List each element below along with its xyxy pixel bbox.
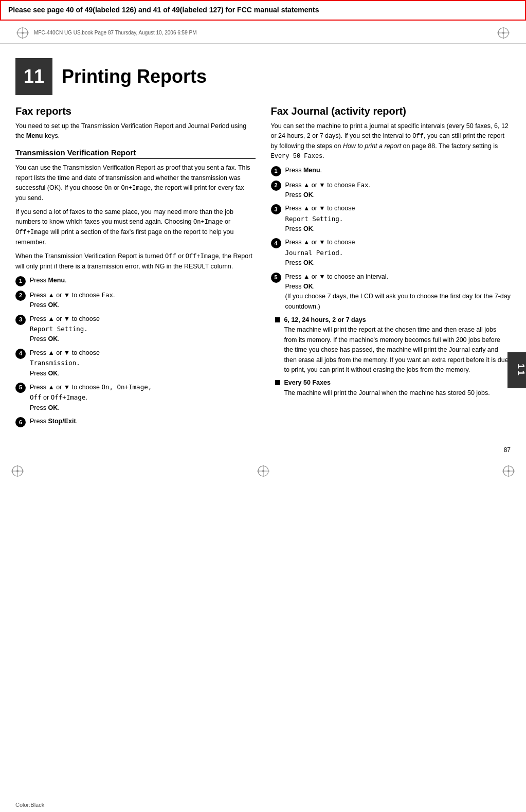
step-num-4: 4 [15, 349, 26, 359]
step-num-1: 1 [15, 276, 26, 286]
right-column: Fax Journal (activity report) You can se… [271, 105, 511, 431]
j-step-num-1: 1 [271, 166, 281, 176]
j-step-num-2: 2 [271, 181, 281, 191]
fax-reports-heading: Fax reports [15, 105, 256, 117]
j-step-2-content: Press ▲ or ▼ to choose Fax.Press OK. [285, 180, 511, 201]
step-3-content: Press ▲ or ▼ to chooseReport Setting.Pre… [30, 314, 256, 345]
tvr-para2: If you send a lot of faxes to the same p… [15, 207, 256, 247]
step-6-content: Press Stop/Exit. [30, 417, 256, 426]
svg-point-7 [502, 32, 504, 34]
journal-steps: 1 Press Menu. 2 Press ▲ or ▼ to choose F… [271, 166, 511, 312]
svg-point-15 [262, 470, 264, 472]
step-num-3: 3 [15, 315, 26, 325]
tvr-step-6: 6 Press Stop/Exit. [15, 417, 256, 427]
step-num-5: 5 [15, 383, 26, 393]
j-step-3-content: Press ▲ or ▼ to chooseReport Setting.Pre… [285, 204, 511, 234]
bottom-crosshairs [0, 464, 526, 478]
tvr-step-3: 3 Press ▲ or ▼ to chooseReport Setting.P… [15, 314, 256, 345]
svg-point-11 [16, 470, 19, 472]
tvr-steps: 1 Press Menu. 2 Press ▲ or ▼ to choose F… [15, 276, 256, 427]
color-label: Color:Black [15, 802, 44, 808]
chapter-title: Printing Reports [62, 66, 207, 87]
tvr-step-5: 5 Press ▲ or ▼ to choose On, On+Image,Of… [15, 382, 256, 413]
journal-step-5: 5 Press ▲ or ▼ to choose an interval.Pre… [271, 272, 511, 312]
step-num-2: 2 [15, 291, 26, 301]
bullet-square-icon-2 [275, 380, 280, 385]
crosshair-bottom-center-icon [256, 464, 270, 478]
fax-journal-intro: You can set the machine to print a journ… [271, 121, 511, 161]
journal-step-4: 4 Press ▲ or ▼ to chooseJournal Period.P… [271, 238, 511, 268]
j-step-num-3: 3 [271, 204, 281, 214]
journal-bullets: 6, 12, 24 hours, 2 or 7 days The machine… [275, 315, 511, 398]
tvr-para3: When the Transmission Verification Repor… [15, 251, 256, 272]
page-footer: 87 [0, 441, 526, 459]
page-header-text: MFC-440CN UG US.book Page 87 Thursday, A… [34, 30, 196, 35]
fax-journal-heading: Fax Journal (activity report) [271, 105, 511, 117]
left-column: Fax reports You need to set up the Trans… [15, 105, 256, 431]
j-step-num-5: 5 [271, 273, 281, 283]
crosshair-left-icon [15, 26, 30, 40]
crosshair-right-icon [496, 26, 511, 40]
tvr-step-4: 4 Press ▲ or ▼ to chooseTransmission.Pre… [15, 348, 256, 378]
chapter-heading: 11 Printing Reports [0, 49, 526, 100]
bullet-2-content: Every 50 Faxes The machine will print th… [284, 378, 511, 398]
j-step-num-4: 4 [271, 238, 281, 248]
fax-reports-intro: You need to set up the Transmission Veri… [15, 121, 256, 141]
crosshair-bottom-left-icon [10, 464, 25, 478]
page-header: MFC-440CN UG US.book Page 87 Thursday, A… [0, 23, 526, 44]
tvr-heading: Transmission Verification Report [15, 148, 256, 159]
step-num-6: 6 [15, 417, 26, 427]
bullet-1-content: 6, 12, 24 hours, 2 or 7 days The machine… [284, 315, 511, 375]
step-2-content: Press ▲ or ▼ to choose Fax.Press OK. [30, 290, 256, 311]
j-step-4-content: Press ▲ or ▼ to chooseJournal Period.Pre… [285, 238, 511, 268]
j-step-1-content: Press Menu. [285, 166, 511, 175]
step-1-content: Press Menu. [30, 276, 256, 285]
page-number: 87 [504, 446, 511, 454]
alert-banner: Please see page 40 of 49(labeled 126) an… [0, 0, 526, 21]
j-step-5-content: Press ▲ or ▼ to choose an interval.Press… [285, 272, 511, 312]
tvr-para1: You can use the Transmission Verificatio… [15, 163, 256, 203]
svg-point-3 [22, 32, 24, 34]
chapter-tab: 11 [507, 352, 526, 388]
chapter-number: 11 [15, 58, 52, 95]
svg-point-19 [507, 470, 510, 472]
tvr-step-2: 2 Press ▲ or ▼ to choose Fax.Press OK. [15, 290, 256, 311]
step-4-content: Press ▲ or ▼ to chooseTransmission.Press… [30, 348, 256, 378]
journal-bullet-1: 6, 12, 24 hours, 2 or 7 days The machine… [275, 315, 511, 375]
crosshair-bottom-right-icon [501, 464, 516, 478]
bullet-square-icon [275, 317, 280, 322]
journal-bullet-2: Every 50 Faxes The machine will print th… [275, 378, 511, 398]
journal-step-1: 1 Press Menu. [271, 166, 511, 176]
step-5-content: Press ▲ or ▼ to choose On, On+Image,Off … [30, 382, 256, 413]
journal-step-2: 2 Press ▲ or ▼ to choose Fax.Press OK. [271, 180, 511, 201]
tvr-step-1: 1 Press Menu. [15, 276, 256, 286]
journal-step-3: 3 Press ▲ or ▼ to chooseReport Setting.P… [271, 204, 511, 234]
